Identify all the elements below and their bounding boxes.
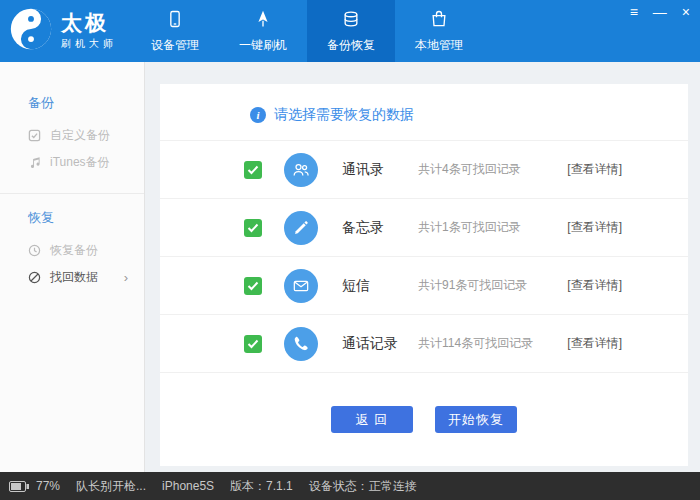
contacts-icon <box>284 153 318 187</box>
sms-checkbox[interactable] <box>244 277 262 295</box>
menu-icon[interactable]: ≡ <box>630 5 638 19</box>
restore-rows: 通讯录 共计4条可找回记录 [查看详情] 备忘录 共计1条可找回记录 [查看详情… <box>160 140 688 373</box>
taiji-logo-icon <box>10 8 52 54</box>
rocket-icon <box>253 9 273 32</box>
view-details-link[interactable]: [查看详情] <box>567 335 622 352</box>
app-subtitle: 刷机大师 <box>61 37 117 51</box>
close-icon[interactable]: × <box>682 5 690 19</box>
tab-device-management[interactable]: 设备管理 <box>131 0 219 62</box>
phone-handset-icon <box>284 327 318 361</box>
tab-label: 设备管理 <box>151 37 199 54</box>
row-detail: 共计1条可找回记录 <box>418 219 567 236</box>
clock-icon <box>28 244 41 257</box>
contacts-checkbox[interactable] <box>244 161 262 179</box>
tab-label: 备份恢复 <box>327 37 375 54</box>
panel-header: i 请选择需要恢复的数据 <box>160 84 688 140</box>
sidebar-section-restore: 恢复 <box>0 209 144 237</box>
battery-icon <box>9 481 30 492</box>
calls-checkbox[interactable] <box>244 335 262 353</box>
sidebar-item-recover-data[interactable]: 找回数据 › <box>0 264 144 291</box>
action-buttons: 返 回 开始恢复 <box>160 406 688 433</box>
row-label: 短信 <box>342 277 418 295</box>
sidebar-item-label: iTunes备份 <box>50 154 110 171</box>
title-bar: 太极 刷机大师 设备管理 一键刷机 <box>0 0 700 62</box>
status-notice: 队长别开枪... <box>76 478 146 495</box>
sidebar-item-restore-backup[interactable]: 恢复备份 <box>0 237 144 264</box>
device-status: 设备状态：正常连接 <box>309 478 417 495</box>
sidebar-item-label: 找回数据 <box>50 269 98 286</box>
sidebar: 备份 自定义备份 iTunes备份 恢复 恢复备份 <box>0 62 145 472</box>
main-nav: 设备管理 一键刷机 备份恢复 <box>131 0 483 62</box>
minimize-icon[interactable]: — <box>653 5 667 19</box>
window-controls: ≡ — × <box>630 5 690 19</box>
sidebar-section-backup: 备份 <box>0 94 144 122</box>
sidebar-item-label: 自定义备份 <box>50 127 110 144</box>
row-detail: 共计4条可找回记录 <box>418 161 567 178</box>
music-note-icon <box>28 156 41 169</box>
back-button[interactable]: 返 回 <box>331 406 413 433</box>
chevron-right-icon: › <box>124 270 128 285</box>
panel-title: 请选择需要恢复的数据 <box>274 106 414 124</box>
row-label: 备忘录 <box>342 219 418 237</box>
table-row-sms: 短信 共计91条可找回记录 [查看详情] <box>160 257 688 315</box>
tab-label: 本地管理 <box>415 37 463 54</box>
row-label: 通讯录 <box>342 161 418 179</box>
sidebar-item-label: 恢复备份 <box>50 242 98 259</box>
bag-icon <box>429 9 449 32</box>
app-title: 太极 <box>61 11 117 34</box>
row-detail: 共计91条可找回记录 <box>418 277 567 294</box>
app-logo: 太极 刷机大师 <box>0 0 129 62</box>
status-bar: 77% 队长别开枪... iPhone5S 版本：7.1.1 设备状态：正常连接 <box>0 472 700 500</box>
device-icon <box>165 9 185 32</box>
sidebar-divider <box>0 193 144 194</box>
recover-data-icon <box>28 271 41 284</box>
envelope-icon <box>284 269 318 303</box>
database-icon <box>341 9 361 32</box>
battery-percent: 77% <box>36 479 60 493</box>
memos-checkbox[interactable] <box>244 219 262 237</box>
row-detail: 共计114条可找回记录 <box>418 335 567 352</box>
app-version: 版本：7.1.1 <box>230 478 293 495</box>
row-label: 通话记录 <box>342 335 418 353</box>
table-row-contacts: 通讯录 共计4条可找回记录 [查看详情] <box>160 141 688 199</box>
tab-local-management[interactable]: 本地管理 <box>395 0 483 62</box>
start-restore-button[interactable]: 开始恢复 <box>435 406 517 433</box>
checklist-icon <box>28 129 41 142</box>
device-name: iPhone5S <box>162 479 214 493</box>
view-details-link[interactable]: [查看详情] <box>567 219 622 236</box>
tab-backup-restore[interactable]: 备份恢复 <box>307 0 395 62</box>
pencil-icon <box>284 211 318 245</box>
tab-one-key-flash[interactable]: 一键刷机 <box>219 0 307 62</box>
table-row-calls: 通话记录 共计114条可找回记录 [查看详情] <box>160 315 688 373</box>
sidebar-item-custom-backup[interactable]: 自定义备份 <box>0 122 144 149</box>
table-row-memos: 备忘录 共计1条可找回记录 [查看详情] <box>160 199 688 257</box>
sidebar-item-itunes-backup[interactable]: iTunes备份 <box>0 149 144 176</box>
restore-panel: i 请选择需要恢复的数据 通讯录 共计4条可找回记录 [查看详情] <box>160 84 688 466</box>
view-details-link[interactable]: [查看详情] <box>567 277 622 294</box>
view-details-link[interactable]: [查看详情] <box>567 161 622 178</box>
info-icon: i <box>250 107 266 123</box>
tab-label: 一键刷机 <box>239 37 287 54</box>
